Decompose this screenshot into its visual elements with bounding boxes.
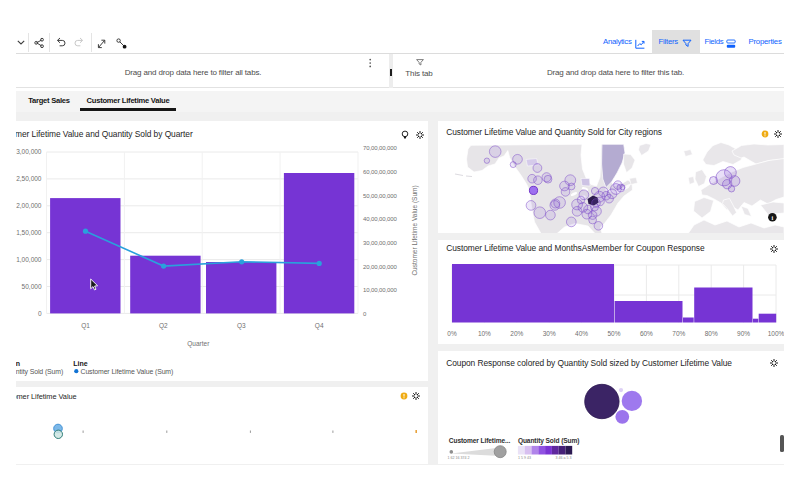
svg-text:3,00,000: 3,00,000 [16, 148, 42, 155]
svg-text:Q2: Q2 [159, 321, 168, 329]
svg-text:0%: 0% [447, 330, 457, 337]
svg-text:70,00,00,000: 70,00,00,000 [363, 145, 397, 151]
svg-text:2,00,000: 2,00,000 [16, 202, 42, 209]
svg-text:60%: 60% [640, 330, 653, 337]
svg-text:Q3: Q3 [237, 321, 246, 329]
svg-text:40,00,00,000: 40,00,00,000 [363, 216, 397, 222]
svg-text:i: i [772, 213, 774, 220]
svg-text:1,50,000: 1,50,000 [16, 229, 42, 236]
svg-text:30%: 30% [543, 330, 556, 337]
svg-text:20,00,00,000: 20,00,00,000 [363, 263, 397, 269]
svg-text:1 62 16 374 2: 1 62 16 374 2 [448, 456, 470, 460]
svg-text:10,00,00,000: 10,00,00,000 [363, 287, 397, 293]
svg-text:Customer Lifetime Value (Sum): Customer Lifetime Value (Sum) [81, 368, 174, 376]
svg-text:Q4: Q4 [315, 321, 324, 329]
svg-text:50,000: 50,000 [22, 282, 42, 289]
svg-text:Customer Lifetime...: Customer Lifetime... [449, 437, 511, 444]
svg-text:Customer Lifetime Value (Sum): Customer Lifetime Value (Sum) [411, 185, 419, 275]
svg-text:100%: 100% [768, 330, 784, 337]
svg-text:0: 0 [363, 310, 367, 316]
svg-text:70%: 70% [672, 330, 685, 337]
svg-text:60,00,00,000: 60,00,00,000 [363, 169, 397, 175]
svg-text:1 5 9 43: 1 5 9 43 [518, 456, 531, 460]
svg-text:Quantity Sold (Sum): Quantity Sold (Sum) [518, 437, 579, 445]
svg-text:Column: Column [16, 359, 20, 366]
svg-text:30,00,00,000: 30,00,00,000 [363, 239, 397, 245]
svg-text:Quarter: Quarter [187, 340, 210, 348]
svg-text:40%: 40% [575, 330, 588, 337]
svg-text:Line: Line [73, 359, 87, 366]
svg-text:2,50,000: 2,50,000 [16, 175, 42, 182]
svg-text:80%: 80% [705, 330, 718, 337]
svg-text:20%: 20% [510, 330, 523, 337]
svg-text:50,00,00,000: 50,00,00,000 [363, 192, 397, 198]
svg-text:0: 0 [38, 309, 42, 316]
svg-text:3 46 a 5 3: 3 46 a 5 3 [556, 456, 572, 460]
svg-text:1,00,000: 1,00,000 [16, 256, 42, 263]
svg-text:Quantity Sold (Sum): Quantity Sold (Sum) [16, 368, 63, 376]
svg-text:10%: 10% [478, 330, 491, 337]
svg-text:90%: 90% [737, 330, 750, 337]
svg-text:Q1: Q1 [81, 321, 90, 329]
svg-text:50%: 50% [607, 330, 620, 337]
